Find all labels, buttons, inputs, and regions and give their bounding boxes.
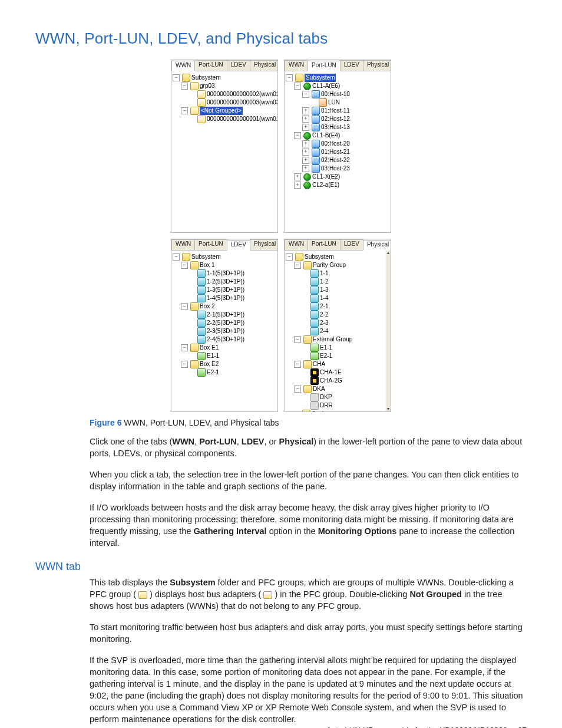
tree-item[interactable]: 1-1(5(3D+1P))	[207, 269, 244, 278]
tree-item[interactable]: 01:Host-21	[321, 148, 350, 156]
tab-portlun[interactable]: Port-LUN	[308, 239, 340, 250]
expand-icon[interactable]: −	[181, 303, 188, 310]
tree-item[interactable]: Box 1	[200, 261, 215, 269]
expand-icon[interactable]: −	[294, 386, 301, 393]
tree-item[interactable]: DKP	[320, 393, 332, 401]
expand-icon[interactable]: −	[294, 83, 301, 90]
tree-item[interactable]: CL1-X(E2)	[312, 173, 340, 181]
tree-item[interactable]: 2-4	[320, 327, 328, 335]
tree-item[interactable]: CHA	[313, 360, 325, 368]
tree-item[interactable]: E2-1	[207, 368, 219, 377]
expand-icon[interactable]: −	[294, 132, 301, 139]
tree-item[interactable]: Cache	[312, 410, 329, 412]
tree-item[interactable]: 1-1	[320, 269, 328, 278]
tab-physical[interactable]: Physical	[363, 60, 391, 71]
tree-item[interactable]: Parity Group	[313, 261, 346, 269]
expand-icon[interactable]: +	[294, 173, 301, 180]
tree-item[interactable]: Box E1	[200, 344, 219, 352]
tree-item[interactable]: E2-1	[320, 352, 332, 360]
tree-item[interactable]: E1-1	[320, 344, 332, 352]
expand-icon[interactable]: +	[302, 116, 309, 123]
tab-ldev[interactable]: LDEV	[227, 60, 250, 71]
tree-item[interactable]: External Group	[313, 335, 352, 344]
expand-icon[interactable]: +	[302, 140, 309, 147]
tree-item[interactable]: CHA-1E	[320, 368, 342, 377]
tree-physical[interactable]: − Subsystem − Parity Group 1-1 1-2 1-3 1…	[285, 251, 391, 412]
expand-icon[interactable]: +	[294, 182, 301, 189]
tree-item[interactable]: CL1-A(E6)	[312, 82, 340, 90]
tree-item[interactable]: grp03	[200, 82, 215, 90]
tab-portlun[interactable]: Port-LUN	[308, 61, 340, 71]
expand-icon[interactable]: −	[294, 262, 301, 269]
tree-item[interactable]: 0000000000000001(wwn01)	[207, 115, 277, 123]
tree-item[interactable]: DRR	[320, 401, 333, 410]
expand-icon[interactable]: −	[294, 336, 301, 343]
expand-icon[interactable]: −	[173, 74, 180, 81]
tree-item[interactable]: 0000000000000003(wwn03)	[207, 98, 277, 107]
tree-item[interactable]: 2-3	[320, 319, 328, 327]
tree-item[interactable]: Box 2	[200, 302, 215, 311]
tree-item-selected[interactable]: <Not Grouped>	[200, 107, 243, 115]
tree-item[interactable]: 2-1(5(3D+1P))	[207, 311, 244, 319]
expand-icon[interactable]: −	[181, 107, 188, 114]
tree-item[interactable]: 2-4(5(3D+1P))	[207, 335, 244, 344]
tab-ldev[interactable]: LDEV	[340, 60, 363, 71]
tree-item[interactable]: 1-4	[320, 294, 328, 302]
tree-item[interactable]: 00:Host-20	[321, 140, 350, 148]
tree-item[interactable]: 02:Host-12	[321, 115, 350, 123]
tree-item[interactable]: CL2-a(E1)	[312, 181, 339, 189]
tab-ldev[interactable]: LDEV	[227, 240, 250, 251]
tree-root[interactable]: Subsystem	[305, 74, 336, 82]
tree-item[interactable]: 1-4(5(3D+1P))	[207, 294, 244, 302]
scrollbar[interactable]: ▲▼	[386, 250, 391, 411]
expand-icon[interactable]: +	[302, 165, 309, 172]
tab-physical[interactable]: Physical	[250, 60, 278, 71]
tree-item[interactable]: 2-2(5(3D+1P))	[207, 319, 244, 327]
expand-icon[interactable]: −	[181, 361, 188, 368]
tree-item[interactable]: CL1-B(E4)	[312, 131, 340, 140]
tree-item[interactable]: 03:Host-13	[321, 123, 350, 131]
tree-item[interactable]: 2-1	[320, 302, 328, 311]
tree-item[interactable]: 0000000000000002(wwn02)	[207, 90, 277, 98]
tree-portlun[interactable]: − Subsystem − CL1-A(E6) − 00:Host-10 LUN…	[285, 71, 391, 233]
tree-item[interactable]: E1-1	[207, 352, 219, 360]
expand-icon[interactable]: −	[302, 91, 309, 98]
expand-icon[interactable]: +	[302, 124, 309, 131]
tab-wwn[interactable]: WWN	[285, 60, 308, 71]
tree-ldev[interactable]: − Subsystem − Box 1 1-1(5(3D+1P)) 1-2(5(…	[171, 251, 277, 412]
tab-wwn[interactable]: WWN	[171, 61, 195, 71]
tree-item[interactable]: 1-2(5(3D+1P))	[207, 278, 244, 286]
tab-portlun[interactable]: Port-LUN	[194, 239, 227, 250]
tree-item[interactable]: LUN	[328, 98, 340, 107]
tree-item[interactable]: 1-2	[320, 278, 328, 286]
tree-wwn[interactable]: − Subsystem − grp03 0000000000000002(wwn…	[171, 71, 277, 233]
expand-icon[interactable]: −	[181, 344, 188, 351]
expand-icon[interactable]: −	[181, 83, 188, 90]
expand-icon[interactable]: −	[294, 361, 301, 368]
tab-portlun[interactable]: Port-LUN	[194, 60, 227, 71]
expand-icon[interactable]: −	[286, 253, 293, 261]
tree-item[interactable]: 02:Host-22	[321, 156, 350, 164]
expand-icon[interactable]: −	[286, 74, 293, 81]
tree-item[interactable]: Box E2	[200, 360, 219, 368]
tab-wwn[interactable]: WWN	[285, 239, 308, 250]
tree-item[interactable]: 1-3(5(3D+1P))	[207, 286, 244, 294]
tab-ldev[interactable]: LDEV	[340, 239, 363, 250]
expand-icon[interactable]: −	[173, 253, 180, 261]
tree-item[interactable]: 2-3(5(3D+1P))	[207, 327, 244, 335]
expand-icon[interactable]: −	[181, 262, 188, 269]
figure-caption: Figure 6 WWN, Port-LUN, LDEV, and Physic…	[90, 418, 527, 427]
tree-item[interactable]: DKA	[313, 385, 325, 393]
expand-icon[interactable]: +	[302, 157, 309, 164]
expand-icon[interactable]: +	[302, 107, 309, 114]
tab-wwn[interactable]: WWN	[171, 239, 195, 250]
tab-physical[interactable]: Physical	[363, 240, 391, 251]
tab-physical[interactable]: Physical	[250, 239, 278, 250]
tree-item[interactable]: 1-3	[320, 286, 328, 294]
tree-item[interactable]: CHA-2G	[320, 377, 342, 385]
tree-item[interactable]: 2-2	[320, 311, 328, 319]
expand-icon[interactable]: +	[302, 149, 309, 156]
tree-item[interactable]: 00:Host-10	[321, 90, 350, 98]
tree-item[interactable]: 03:Host-23	[321, 164, 350, 173]
tree-item[interactable]: 01:Host-11	[321, 107, 350, 115]
